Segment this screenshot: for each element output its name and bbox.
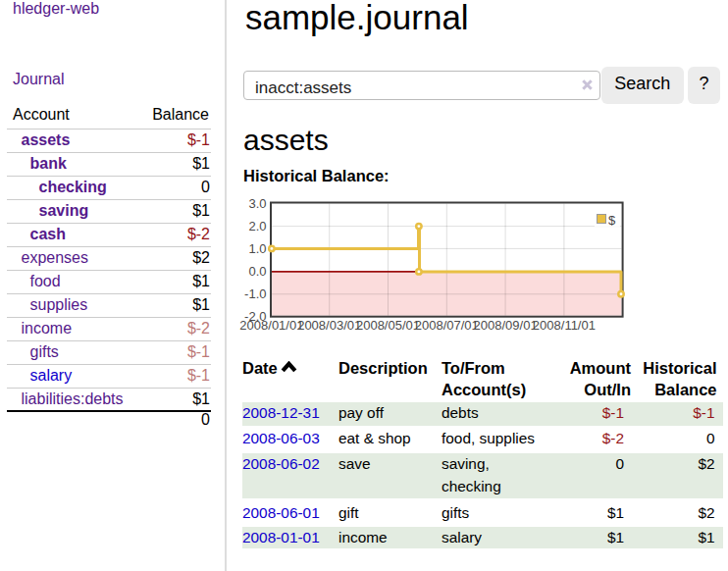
svg-text:3.0: 3.0 (248, 196, 266, 211)
svg-text:1.0: 1.0 (248, 241, 266, 256)
svg-text:2008/05/01: 2008/05/01 (356, 318, 420, 333)
svg-text:2008/03/01: 2008/03/01 (297, 318, 361, 333)
svg-text:2.0: 2.0 (248, 219, 266, 234)
svg-text:$: $ (608, 213, 616, 228)
svg-text:2008/01/01: 2008/01/01 (239, 318, 303, 333)
svg-text:2008/09/01: 2008/09/01 (474, 318, 538, 333)
svg-text:-1.0: -1.0 (244, 286, 266, 301)
svg-text:0.0: 0.0 (248, 264, 266, 279)
svg-text:2008/07/01: 2008/07/01 (415, 318, 479, 333)
svg-text:2008/11/01: 2008/11/01 (533, 318, 596, 333)
